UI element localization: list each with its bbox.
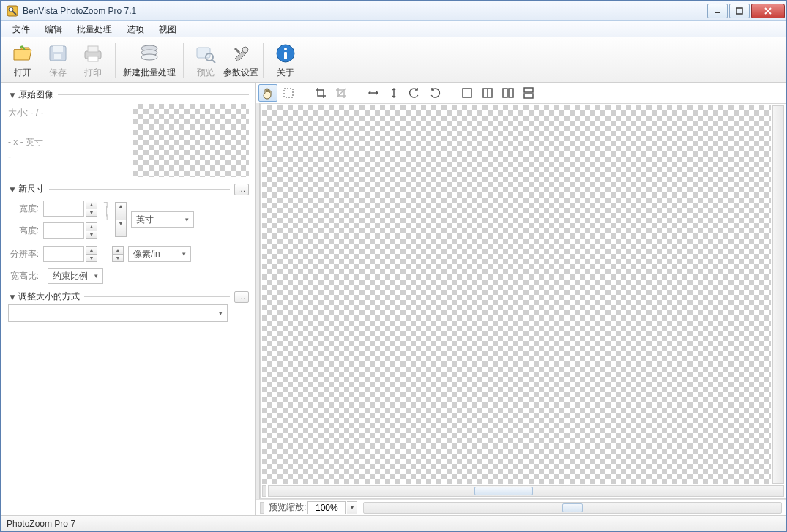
hand-icon: [261, 86, 275, 100]
menu-batch[interactable]: 批量处理: [70, 21, 119, 37]
vertical-scrollbar[interactable]: [772, 105, 784, 484]
rotate-ccw-button[interactable]: [405, 84, 424, 102]
zoom-splitter-handle[interactable]: [260, 502, 264, 514]
status-bar: PhotoZoom Pro 7: [1, 515, 786, 531]
newsize-options-button[interactable]: …: [234, 184, 249, 195]
zoom-input[interactable]: [307, 501, 346, 514]
resolution-unit-combo[interactable]: 像素/in▾: [128, 246, 191, 262]
title-bar: BenVista PhotoZoom Pro 7.1: [1, 1, 786, 21]
section-resize-method-head[interactable]: ▼ 调整大小的方式 …: [8, 291, 249, 303]
print-button[interactable]: 打印: [75, 40, 111, 81]
canvas-toolbar: [256, 83, 786, 103]
svg-rect-26: [524, 94, 533, 98]
batch-stack-icon: [138, 42, 161, 65]
folder-open-icon: [11, 42, 34, 65]
svg-rect-13: [197, 48, 210, 58]
marquee-tool-button[interactable]: [279, 84, 298, 102]
section-newsize-label: 新尺寸: [18, 183, 45, 195]
aspect-label: 宽高比:: [8, 270, 39, 282]
view-split-side-icon: [501, 86, 515, 100]
menu-options[interactable]: 选项: [119, 21, 152, 37]
width-input[interactable]: [43, 201, 84, 217]
view-split-stack-button[interactable]: [519, 84, 538, 102]
svg-rect-8: [88, 46, 98, 52]
params-button[interactable]: 参数设置: [223, 40, 258, 81]
preview-button[interactable]: 预览: [188, 40, 223, 81]
maximize-button[interactable]: [729, 4, 750, 18]
resize-method-options-button[interactable]: …: [234, 291, 249, 303]
aspect-ratio-combo[interactable]: 约束比例▾: [48, 268, 103, 284]
menu-view[interactable]: 视图: [152, 21, 184, 37]
view-split-side-button[interactable]: [499, 84, 518, 102]
scrollbar-thumb[interactable]: [474, 487, 533, 495]
collapse-triangle-icon: ▼: [8, 90, 17, 100]
zoom-bar: 预览缩放: ▼: [256, 499, 786, 515]
hand-tool-button[interactable]: [258, 84, 277, 102]
svg-rect-6: [54, 54, 61, 59]
close-button[interactable]: [751, 4, 785, 18]
section-newsize-head[interactable]: ▼ 新尺寸 …: [8, 183, 249, 195]
menu-file[interactable]: 文件: [5, 21, 37, 37]
width-label: 宽度:: [8, 203, 39, 215]
crop-tool-button[interactable]: [311, 84, 330, 102]
resolution-input[interactable]: [43, 246, 84, 262]
canvas-pane: 预览缩放: ▼: [256, 83, 786, 515]
svg-rect-3: [736, 8, 742, 14]
flip-horizontal-button[interactable]: [364, 84, 383, 102]
open-button[interactable]: 打开: [5, 40, 40, 81]
resize-method-combo[interactable]: ▾: [8, 304, 228, 322]
section-original-head[interactable]: ▼ 原始图像: [8, 89, 249, 101]
svg-rect-24: [509, 89, 513, 97]
flip-vertical-button[interactable]: [384, 84, 403, 102]
about-button[interactable]: 关于: [268, 40, 303, 81]
svg-point-15: [242, 47, 248, 53]
menu-edit[interactable]: 编辑: [37, 21, 70, 37]
zoom-slider-knob[interactable]: [562, 503, 583, 512]
zoom-label: 预览缩放:: [269, 501, 306, 514]
section-resize-method-label: 调整大小的方式: [18, 291, 80, 303]
svg-rect-5: [53, 46, 63, 52]
horizontal-splitter-handle[interactable]: [262, 485, 266, 497]
crop-slash-icon: [335, 86, 348, 100]
toolbar-separator: [183, 43, 184, 78]
height-spinner[interactable]: ▲▼: [86, 222, 97, 239]
zoom-slider[interactable]: [363, 502, 782, 514]
horizontal-scrollbar[interactable]: [268, 485, 784, 497]
size-unit-combo[interactable]: 英寸▾: [131, 211, 194, 228]
minimize-button[interactable]: [707, 4, 728, 18]
save-button[interactable]: 保存: [40, 40, 75, 81]
link-dimensions-icon[interactable]: ┐│┘: [100, 197, 113, 242]
svg-rect-20: [463, 89, 471, 97]
view-split-center-button[interactable]: [478, 84, 497, 102]
rotate-cw-button[interactable]: [425, 84, 444, 102]
section-original-label: 原始图像: [18, 89, 53, 101]
resolution-spinner[interactable]: ▲▼: [86, 246, 97, 262]
view-split-stack-icon: [522, 86, 535, 100]
height-input[interactable]: [43, 222, 84, 239]
view-single-button[interactable]: [458, 84, 477, 102]
zoom-dropdown-button[interactable]: ▼: [347, 501, 357, 514]
crop-clear-button[interactable]: [332, 84, 351, 102]
canvas-viewport[interactable]: [260, 103, 786, 499]
flip-v-icon: [387, 86, 400, 100]
rotate-ccw-icon: [408, 86, 421, 100]
width-spinner[interactable]: ▲▼: [86, 201, 97, 217]
new-batch-button[interactable]: 新建批量处理: [120, 40, 179, 81]
linked-spinner[interactable]: ▲▼: [115, 202, 127, 237]
resolution-spinner-2[interactable]: ▲▼: [112, 246, 124, 262]
svg-point-17: [284, 48, 287, 50]
svg-rect-25: [524, 88, 533, 92]
svg-rect-9: [88, 56, 98, 61]
preview-magnifier-icon: [194, 42, 217, 65]
view-split-center-icon: [481, 86, 494, 100]
printer-icon: [81, 42, 105, 65]
canvas-checker: [262, 105, 771, 484]
original-info: 大小: - / - - x - 英寸 -: [8, 102, 129, 177]
rotate-cw-icon: [428, 86, 441, 100]
svg-rect-23: [503, 89, 507, 97]
marquee-icon: [282, 86, 295, 100]
resolution-label: 分辨率:: [8, 248, 39, 261]
main-toolbar: 打开 保存 打印 新建批量处理 预览 参数设置 关于: [1, 37, 786, 83]
menu-bar: 文件 编辑 批量处理 选项 视图: [1, 21, 786, 37]
original-thumbnail: [133, 104, 249, 177]
